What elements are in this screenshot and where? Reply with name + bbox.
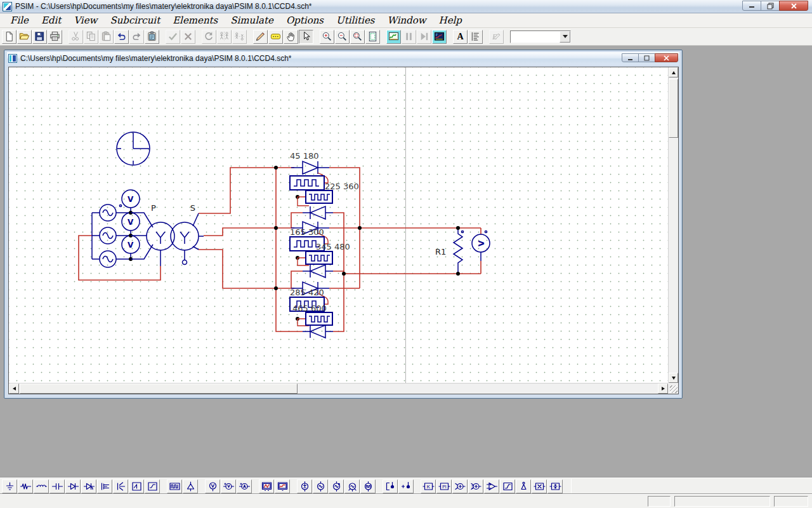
menu-view[interactable]: View [67, 14, 103, 27]
voltage-sensor-button[interactable] [221, 479, 236, 493]
zoom-in-button[interactable] [320, 30, 334, 44]
op-amp-button[interactable] [484, 479, 499, 493]
combo-dropdown-button[interactable] [560, 31, 570, 43]
minimize-button[interactable] [742, 1, 761, 11]
voltmeter-button[interactable] [205, 479, 220, 493]
ac-source-button[interactable] [313, 479, 328, 493]
gain-button[interactable]: K [421, 479, 436, 493]
inductor-button[interactable] [34, 479, 49, 493]
switch-module-2-button[interactable] [145, 479, 160, 493]
igbt-button[interactable] [113, 479, 128, 493]
restore-button[interactable] [761, 1, 780, 11]
doc-close-button[interactable] [655, 53, 678, 62]
gating-block-g6[interactable] [296, 312, 332, 326]
current-sensor-button[interactable] [237, 479, 252, 493]
scroll-right-button[interactable] [658, 384, 668, 394]
pan-button[interactable] [284, 30, 298, 44]
voltage-probe-button[interactable] [383, 479, 398, 493]
thyristor-t1[interactable] [291, 161, 329, 174]
gating-block-g2[interactable] [296, 190, 332, 206]
output-voltmeter[interactable]: V [461, 231, 490, 261]
schematic-canvas[interactable]: .rw{stroke:var(--wire);stroke-width:1.6;… [9, 67, 668, 383]
wye-button[interactable] [516, 479, 531, 493]
menu-edit[interactable]: Edit [35, 14, 67, 27]
summer-2-button[interactable] [468, 479, 483, 493]
apply-button[interactable] [166, 30, 180, 44]
menu-window[interactable]: Window [381, 14, 433, 27]
pi-controller-button[interactable]: PI [436, 479, 452, 493]
sine-source-button[interactable] [329, 479, 344, 493]
new-button[interactable] [2, 30, 16, 44]
rotate-button[interactable] [202, 30, 216, 44]
ac-source-bank[interactable] [92, 204, 131, 267]
text-button[interactable]: A [453, 30, 468, 44]
menu-subcircuit[interactable]: Subcircuit [103, 14, 166, 27]
zoom-area-button[interactable] [350, 30, 365, 44]
print-button[interactable] [48, 30, 62, 44]
scope-2-button[interactable] [275, 479, 290, 493]
mosfet-button[interactable] [97, 479, 112, 493]
divider-button[interactable] [547, 479, 563, 493]
pause-button[interactable] [402, 30, 416, 44]
zoom-level-combobox[interactable] [510, 30, 571, 43]
wire-button[interactable] [253, 30, 268, 44]
thyristor-button[interactable] [81, 479, 96, 493]
scope-1-button[interactable] [259, 479, 274, 493]
flip-horizontal-button[interactable] [217, 30, 232, 44]
fit-to-page-button[interactable] [365, 30, 380, 44]
element-list-button[interactable] [468, 30, 483, 44]
redo-button[interactable] [129, 30, 144, 44]
wire-network[interactable] [79, 168, 481, 331]
menu-file[interactable]: File [4, 14, 35, 27]
cancel-button[interactable] [181, 30, 195, 44]
select-button[interactable] [299, 30, 313, 44]
resize-grip[interactable] [668, 383, 678, 394]
label-button[interactable] [268, 30, 283, 44]
flip-vertical-button[interactable] [232, 30, 247, 44]
vertical-scrollbar[interactable] [668, 67, 678, 383]
close-button[interactable] [779, 1, 808, 11]
resistor-button[interactable] [18, 479, 33, 493]
gating-block-g4[interactable] [296, 251, 332, 265]
ground-button[interactable] [2, 479, 17, 493]
voltmeter-chain[interactable]: V V V [122, 190, 140, 261]
doc-minimize-button[interactable] [622, 53, 639, 62]
cut-button[interactable] [69, 30, 83, 44]
capacitor-button[interactable] [49, 479, 65, 493]
thyristor-t6[interactable] [303, 325, 333, 338]
three-phase-source-button[interactable] [344, 479, 360, 493]
open-button[interactable] [17, 30, 32, 44]
square-source-button[interactable] [360, 479, 376, 493]
horizontal-scrollbar[interactable] [9, 383, 668, 394]
menu-utilities[interactable]: Utilities [330, 14, 381, 27]
diac-button[interactable] [183, 479, 198, 493]
step-button[interactable] [417, 30, 431, 44]
run-simulation-button[interactable] [386, 30, 401, 44]
dc-source-button[interactable] [297, 479, 312, 493]
load-resistor-r1[interactable]: R1 [435, 228, 462, 274]
menu-simulate[interactable]: Simulate [224, 14, 280, 27]
copy-button[interactable] [84, 30, 98, 44]
clock-element[interactable] [117, 132, 150, 165]
save-button[interactable] [32, 30, 47, 44]
multiplier-button[interactable] [532, 479, 547, 493]
paste-button[interactable] [99, 30, 114, 44]
gating-block-button[interactable] [167, 479, 182, 493]
diode-button[interactable] [65, 479, 81, 493]
menu-elements[interactable]: Elements [166, 14, 224, 27]
scroll-left-button[interactable] [9, 384, 19, 394]
three-phase-transformer[interactable]: P S [131, 203, 204, 266]
vertical-scroll-thumb[interactable] [669, 79, 678, 138]
menu-help[interactable]: Help [433, 14, 468, 27]
undo-button[interactable] [114, 30, 129, 44]
scroll-up-button[interactable] [669, 67, 678, 77]
summer-button[interactable] [452, 479, 468, 493]
document-titlebar[interactable]: C:\Users\hp\Documents\my files\matery\el… [7, 52, 679, 65]
menu-options[interactable]: Options [280, 14, 330, 27]
thyristor-t4[interactable] [303, 265, 333, 277]
node-probe-button[interactable] [398, 479, 414, 493]
zoom-out-button[interactable] [335, 30, 350, 44]
simview-button[interactable] [432, 30, 447, 44]
clipboard-button[interactable] [145, 30, 159, 44]
horizontal-scroll-thumb[interactable] [20, 384, 298, 394]
